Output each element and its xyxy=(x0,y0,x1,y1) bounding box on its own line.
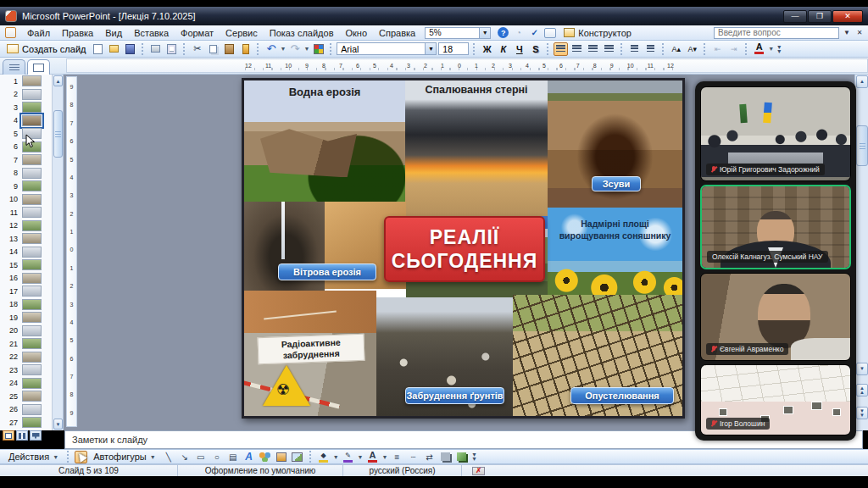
fill-color-dropdown-icon[interactable]: ▼ xyxy=(333,454,339,460)
slide-thumbnail-row[interactable]: 18 xyxy=(0,298,52,312)
stubble-burning-label[interactable]: Спалювання стерні xyxy=(405,84,548,96)
font-size-combobox[interactable]: 18 xyxy=(438,42,469,55)
toolbar-options-icon[interactable]: ▾▾ xyxy=(472,452,476,461)
language-indicator[interactable]: русский (Россия) xyxy=(343,465,462,476)
slide-thumbnail[interactable] xyxy=(22,259,42,270)
diagram-icon[interactable] xyxy=(259,451,272,463)
line-color-dropdown-icon[interactable]: ▼ xyxy=(358,454,364,460)
color-scheme-icon[interactable] xyxy=(311,42,326,56)
redo-icon[interactable]: ↷ xyxy=(287,42,302,56)
photo-sunflowers[interactable]: Надмірні площі вирощування соняшнику xyxy=(548,208,682,297)
open-folder-icon[interactable] xyxy=(107,42,121,56)
rectangle-tool-icon[interactable]: ▭ xyxy=(194,451,208,463)
copy-icon[interactable] xyxy=(206,42,220,56)
underline-button[interactable]: Ч xyxy=(512,42,526,56)
menu-item[interactable]: Формат xyxy=(175,27,220,39)
previous-slide-icon[interactable]: ▲▲ xyxy=(856,384,868,396)
slide-thumbnail-row[interactable]: 13 xyxy=(0,232,52,246)
font-color-dropdown-icon[interactable]: ▼ xyxy=(768,46,774,52)
decrease-indent-button[interactable]: ⇤ xyxy=(710,42,725,56)
water-erosion-label[interactable]: Водна ерозія xyxy=(244,86,405,98)
wordart-icon[interactable]: A xyxy=(242,451,256,463)
slide-sorter-button[interactable] xyxy=(16,430,28,441)
slide-thumbnail[interactable] xyxy=(22,417,42,428)
toolbar-options-icon[interactable]: ▾▾ xyxy=(777,45,781,53)
font-color-icon[interactable]: A xyxy=(366,451,380,463)
next-slide-icon[interactable]: ▼▼ xyxy=(856,407,868,419)
menu-item[interactable]: Сервис xyxy=(220,27,264,39)
undo-icon[interactable]: ↶ xyxy=(264,42,278,56)
slide-thumbnail[interactable] xyxy=(22,352,42,363)
menu-item[interactable]: Вид xyxy=(99,27,128,39)
cut-icon[interactable]: ✂ xyxy=(190,42,204,56)
slide-thumbnail-row[interactable]: 15 xyxy=(0,258,52,272)
menu-item[interactable]: Файл xyxy=(21,27,56,39)
minimize-button[interactable]: — xyxy=(783,10,807,23)
menu-item[interactable]: Вставка xyxy=(128,27,175,39)
slide-thumbnail[interactable] xyxy=(22,286,42,297)
slide-thumbnail[interactable] xyxy=(22,220,42,231)
bullet-list-button[interactable] xyxy=(643,42,658,56)
chevron-down-icon[interactable]: ▼ xyxy=(842,29,852,36)
radioactive-label[interactable]: Радіоактивне забруднення xyxy=(257,334,364,364)
slide-thumbnail[interactable] xyxy=(22,247,42,258)
slide-thumbnail[interactable] xyxy=(22,338,42,349)
clipart-icon[interactable] xyxy=(275,451,288,463)
slide-thumbnail-row[interactable]: 3 xyxy=(0,101,52,114)
select-objects-button[interactable] xyxy=(75,451,87,463)
numbered-list-button[interactable] xyxy=(627,42,642,56)
line-color-icon[interactable]: ✎ xyxy=(342,451,355,463)
slide-thumbnail-row[interactable]: 20 xyxy=(0,324,52,338)
photo-radioactive[interactable]: Радіоактивне забруднення ☢ xyxy=(244,333,376,416)
slide-canvas[interactable]: Водна ерозія Спалювання стерні Зсуви Віт… xyxy=(242,78,685,419)
slide-thumbnail-row[interactable]: 14 xyxy=(0,246,52,259)
print-preview-icon[interactable] xyxy=(164,42,179,56)
line-style-icon[interactable]: ≡ xyxy=(390,451,403,463)
slideshow-button[interactable] xyxy=(30,430,42,441)
scroll-down-icon[interactable]: ▼ xyxy=(53,419,63,430)
slide-thumbnail[interactable] xyxy=(22,154,42,165)
slide-thumbnail-row[interactable]: 4 xyxy=(0,114,52,128)
slide-thumbnail[interactable] xyxy=(22,168,42,179)
undo-dropdown-icon[interactable]: ▼ xyxy=(280,46,286,52)
new-document-icon[interactable] xyxy=(91,42,105,56)
restore-button[interactable]: ❐ xyxy=(808,10,832,23)
spellcheck-status-icon[interactable]: ✗ xyxy=(472,467,485,475)
font-color-button[interactable]: A xyxy=(752,42,766,56)
slide-thumbnail-row[interactable]: 17 xyxy=(0,285,52,298)
insert-table-icon[interactable] xyxy=(544,28,556,38)
format-painter-icon[interactable] xyxy=(238,42,253,56)
print-icon[interactable] xyxy=(148,42,163,56)
align-left-button[interactable] xyxy=(554,42,568,56)
tab-outline[interactable] xyxy=(3,59,25,75)
save-icon[interactable] xyxy=(123,42,137,56)
insert-picture-icon[interactable] xyxy=(291,451,304,463)
chevron-down-icon[interactable]: ▼ xyxy=(479,28,490,38)
help-icon[interactable]: ? xyxy=(498,27,509,38)
slide-thumbnail[interactable] xyxy=(22,89,42,100)
question-input[interactable] xyxy=(714,27,839,39)
photo-water-erosion[interactable]: Водна ерозія xyxy=(244,80,405,202)
slide-thumbnail-row[interactable]: 25 xyxy=(0,390,52,403)
slide-thumbnail-row[interactable]: 1 xyxy=(0,75,52,88)
slide-thumbnail-row[interactable]: 11 xyxy=(0,206,52,219)
increase-indent-button[interactable]: ⇥ xyxy=(726,42,741,56)
landslides-button[interactable]: Зсуви xyxy=(592,176,641,191)
spelling-icon[interactable]: ✓ xyxy=(528,27,541,39)
scroll-down-icon[interactable]: ▼ xyxy=(856,363,868,375)
slide-thumbnail-row[interactable]: 26 xyxy=(0,403,52,417)
slide-thumbnail-row[interactable]: 23 xyxy=(0,363,52,377)
slide-thumbnail[interactable] xyxy=(22,180,42,191)
wind-erosion-button[interactable]: Вітрова ерозія xyxy=(278,263,376,280)
align-center-button[interactable] xyxy=(570,42,584,56)
slide-thumbnail[interactable] xyxy=(22,378,42,389)
photo-stubble-burning[interactable]: Спалювання стерні xyxy=(405,80,548,216)
slide-thumbnail[interactable] xyxy=(22,233,42,244)
slide-thumbnail[interactable] xyxy=(22,404,42,415)
scrollbar-thumb[interactable] xyxy=(856,125,868,166)
align-justify-button[interactable] xyxy=(602,42,616,56)
participant-tile[interactable]: Олексій Калнагуз. Сумський НАУ xyxy=(700,185,851,269)
participant-tile[interactable]: Юрій Григорович Задорожний xyxy=(700,86,851,181)
photo-sandy-soil[interactable] xyxy=(244,291,376,333)
textbox-tool-icon[interactable]: ▤ xyxy=(226,451,240,463)
